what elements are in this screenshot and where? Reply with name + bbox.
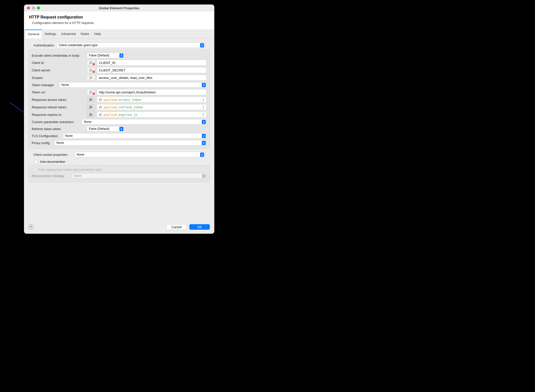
tls-config-label: TLS Configuration [32, 134, 60, 138]
client-id-label: Client id: [32, 61, 84, 65]
token-manager-label: Token manager [32, 83, 57, 87]
resp-access-field[interactable]: #[ payload.access_token ] [97, 97, 207, 103]
refresh-when-value: False (Default) [89, 127, 109, 131]
reconnection-strategy-value: None [74, 174, 81, 178]
fx-toggle-icon[interactable]: fx [87, 67, 95, 73]
token-url-label: Token url: [32, 90, 84, 94]
titlebar: Global Element Properties [24, 4, 214, 11]
fx-toggle-icon[interactable]: fx [87, 112, 95, 118]
encode-body-label: Encode client credentials in body: [32, 54, 84, 57]
custom-extractors-select[interactable]: None [82, 119, 207, 125]
client-secret-label: Client secret: [32, 68, 84, 72]
custom-extractors-value: None [84, 120, 91, 124]
resp-access-label: Response access token: [32, 98, 84, 102]
proxy-config-label: Proxy config [32, 141, 52, 145]
chevron-updown-icon [202, 141, 206, 145]
scopes-label: Scopes: [32, 76, 84, 80]
authentication-select[interactable]: Client credentials grant type [56, 42, 205, 48]
chevron-updown-icon [202, 120, 206, 124]
chevron-updown-icon [119, 53, 123, 58]
fx-toggle-icon[interactable]: fx [87, 60, 95, 66]
tab-settings[interactable]: Settings [42, 29, 59, 38]
chevron-updown-icon [202, 174, 206, 178]
use-reconnection-checkbox[interactable] [34, 160, 38, 164]
resp-refresh-field[interactable]: #[ payload.refresh_token ] [97, 104, 207, 110]
reconnection-strategy-label: Reconnection strategy [32, 174, 69, 178]
client-socket-label: Client socket properties [33, 153, 72, 157]
chevron-updown-icon [119, 127, 123, 131]
encode-body-select[interactable]: False (Default) [87, 53, 124, 58]
authentication-value: Client credentials grant type [59, 43, 97, 47]
error-icon [93, 71, 95, 73]
auth-settings-group: Encode client credentials in body: False… [28, 49, 210, 149]
client-id-field[interactable]: CLIENT_ID [97, 60, 207, 66]
dialog-window: Global Element Properties HTTP Request c… [24, 4, 214, 234]
resp-expires-label: Response expires in: [32, 113, 84, 117]
dialog-body: Authentication Client credentials grant … [24, 38, 214, 221]
token-manager-select[interactable]: None [59, 82, 207, 88]
reconnection-strategy-select: None [72, 173, 207, 179]
client-secret-field[interactable]: CLIENT_SECRET [97, 67, 207, 73]
error-icon [93, 63, 95, 65]
cancel-button[interactable]: Cancel [166, 224, 187, 230]
ok-button[interactable]: OK [189, 224, 210, 230]
tls-config-select[interactable]: None [63, 133, 207, 139]
chevron-updown-icon [202, 134, 206, 138]
fx-toggle-icon[interactable]: fx [87, 104, 95, 110]
encode-body-value: False (Default) [89, 54, 109, 57]
fails-deploy-checkbox [33, 168, 37, 172]
resp-refresh-label: Response refresh token: [32, 105, 84, 109]
tls-config-value: None [65, 134, 73, 138]
token-manager-value: None [61, 83, 69, 87]
tab-help[interactable]: Help [92, 29, 103, 38]
fails-deploy-label: Fails deployment when test connection fa… [39, 168, 101, 172]
tab-notes[interactable]: Notes [78, 29, 92, 38]
reconnection-group: Fails deployment when test connection fa… [28, 165, 210, 182]
page-title: HTTP Request configuration [29, 15, 209, 19]
refresh-when-label: Refresh token when: [32, 127, 84, 131]
client-socket-value: None [77, 153, 84, 156]
tab-advanced[interactable]: Advanced [59, 29, 78, 38]
fx-toggle-icon[interactable]: fx [87, 89, 95, 95]
chevron-updown-icon [200, 153, 204, 157]
tab-general[interactable]: General [25, 29, 42, 38]
dialog-header: HTTP Request configuration Configuration… [24, 11, 214, 29]
chevron-updown-icon [202, 83, 206, 87]
chevron-updown-icon [200, 43, 204, 47]
client-socket-select[interactable]: None [74, 152, 205, 157]
tab-bar: General Settings Advanced Notes Help [24, 29, 214, 38]
use-reconnection-label: Use reconnection [40, 160, 65, 164]
page-subtitle: Configuration element for a HTTP request… [29, 21, 209, 25]
authentication-label: Authentication [33, 43, 54, 47]
fx-toggle-icon[interactable]: fx [87, 97, 95, 103]
resp-expires-field[interactable]: #[ payload.expires_in ] [97, 112, 207, 118]
help-icon[interactable]: ? [28, 224, 33, 229]
refresh-when-select[interactable]: False (Default) [87, 126, 124, 132]
custom-extractors-label: Custom parameter extractors [32, 120, 79, 124]
error-icon [93, 93, 95, 95]
proxy-config-select[interactable]: None [54, 140, 207, 146]
fx-toggle-icon[interactable]: fx [87, 75, 95, 81]
proxy-config-value: None [56, 141, 64, 145]
scopes-field[interactable]: access_user_details, read_user_files [97, 75, 207, 81]
token-url-field[interactable]: http://some.api.com/api/1.0/oauth/token [97, 89, 207, 95]
dialog-footer: ? Cancel OK [24, 221, 214, 234]
window-title: Global Element Properties [24, 6, 214, 10]
